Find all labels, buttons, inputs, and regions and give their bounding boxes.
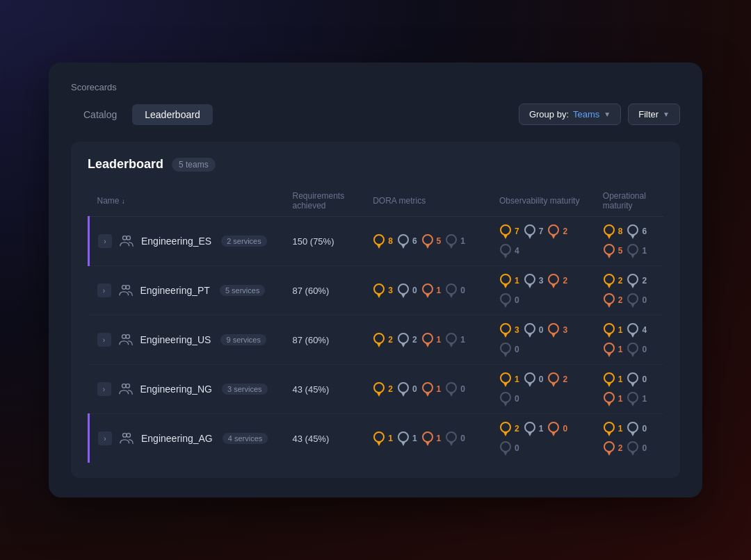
- bronze-medal-icon: 2: [563, 227, 567, 236]
- none-medal-icon: 0: [460, 434, 465, 443]
- col-header-operational: Operational maturity: [595, 186, 663, 217]
- svg-marker-37: [503, 284, 508, 288]
- svg-marker-7: [426, 245, 430, 249]
- svg-marker-77: [631, 353, 635, 357]
- svg-point-79: [126, 384, 130, 388]
- expand-button[interactable]: ›: [97, 333, 111, 347]
- bronze-medal-icon: 0: [563, 424, 567, 434]
- services-badge: 5 services: [220, 285, 266, 296]
- tab-catalog[interactable]: Catalog: [71, 104, 129, 125]
- gold-medal-icon: 1: [618, 325, 623, 335]
- svg-point-118: [549, 422, 558, 432]
- svg-marker-75: [607, 353, 611, 357]
- team-icon: [118, 283, 134, 298]
- none-medal-icon: 0: [515, 394, 519, 404]
- svg-marker-9: [449, 245, 453, 249]
- bronze-medal-icon: 2: [618, 295, 623, 305]
- svg-point-0: [123, 236, 127, 240]
- svg-point-82: [398, 383, 408, 393]
- expand-button[interactable]: ›: [98, 234, 112, 248]
- obs-medals: 1020: [491, 365, 595, 413]
- gold-medal-icon: 1: [618, 424, 623, 434]
- filter-button[interactable]: Filter ▼: [628, 104, 680, 125]
- gold-medal-icon: 3: [515, 325, 519, 335]
- silver-medal-icon: 1: [539, 424, 544, 434]
- svg-point-88: [501, 373, 510, 383]
- svg-marker-81: [377, 393, 381, 397]
- silver-medal-icon: 0: [539, 374, 544, 384]
- leaderboard-table: Name ↓ Requirements achieved DORA metric…: [88, 186, 663, 463]
- svg-point-53: [126, 335, 130, 339]
- svg-point-50: [628, 294, 638, 304]
- svg-marker-65: [528, 333, 532, 338]
- svg-point-108: [398, 432, 408, 442]
- svg-point-104: [123, 434, 127, 438]
- svg-marker-69: [503, 353, 508, 357]
- svg-point-60: [446, 333, 456, 343]
- col-header-observability: Observability maturity: [491, 186, 595, 217]
- svg-marker-109: [401, 442, 405, 446]
- svg-marker-93: [551, 383, 556, 387]
- tabs-row: Catalog Leaderboard Group by: Teams ▼ Fi…: [71, 104, 680, 125]
- svg-point-4: [398, 235, 408, 245]
- svg-point-1: [127, 236, 131, 240]
- svg-marker-45: [607, 284, 611, 288]
- svg-point-66: [549, 324, 558, 333]
- bronze-medal-icon: 3: [563, 325, 567, 335]
- svg-point-14: [549, 225, 558, 235]
- dora-medals: 2010: [364, 374, 491, 404]
- obs-medals: 1320: [491, 266, 595, 315]
- svg-point-54: [374, 333, 384, 343]
- bronze-medal-icon: 1: [437, 286, 442, 295]
- svg-point-76: [628, 343, 638, 353]
- leaderboard-card: Leaderboard 5 teams Name ↓ Requirements …: [71, 142, 680, 478]
- svg-marker-61: [449, 343, 453, 347]
- bronze-medal-icon: 5: [618, 246, 623, 256]
- chevron-down-icon: ▼: [604, 110, 611, 118]
- gold-medal-icon: 1: [388, 434, 393, 443]
- svg-marker-87: [449, 393, 453, 397]
- requirements-value: 150 (75%): [284, 229, 365, 254]
- gold-medal-icon: 8: [388, 236, 393, 246]
- gold-medal-icon: 2: [388, 335, 393, 345]
- table-row: › Engineering_NG 3 services 43 (45%) 201…: [89, 365, 664, 414]
- gold-medal-icon: 1: [515, 374, 519, 384]
- svg-point-34: [446, 284, 456, 294]
- silver-medal-icon: 7: [539, 227, 544, 236]
- svg-point-36: [501, 274, 510, 284]
- svg-marker-85: [426, 393, 430, 397]
- col-header-requirements: Requirements achieved: [284, 186, 365, 217]
- svg-marker-121: [503, 452, 508, 456]
- team-name: Engineering_AG: [141, 433, 213, 444]
- col-header-dora: DORA metrics: [364, 186, 491, 217]
- silver-medal-icon: 3: [539, 276, 544, 286]
- table-row: › Engineering_PT 5 services 87 (60%) 301…: [89, 266, 664, 315]
- team-icon: [118, 381, 134, 397]
- svg-point-122: [604, 422, 614, 432]
- gold-medal-icon: 7: [515, 227, 519, 236]
- tab-leaderboard[interactable]: Leaderboard: [132, 104, 212, 125]
- svg-point-8: [446, 235, 456, 245]
- svg-point-26: [122, 286, 126, 290]
- svg-point-128: [628, 442, 638, 452]
- silver-medal-icon: 6: [642, 227, 647, 236]
- svg-point-86: [446, 383, 456, 393]
- gold-medal-icon: 2: [618, 276, 623, 286]
- svg-point-72: [628, 324, 638, 333]
- expand-button[interactable]: ›: [97, 382, 111, 396]
- svg-point-48: [604, 294, 614, 304]
- svg-marker-115: [503, 432, 508, 436]
- svg-point-27: [126, 286, 130, 290]
- none-medal-icon: 0: [642, 295, 647, 305]
- expand-button[interactable]: ›: [98, 431, 112, 445]
- none-medal-icon: 0: [515, 443, 519, 453]
- expand-button[interactable]: ›: [97, 283, 111, 297]
- svg-point-28: [374, 284, 384, 294]
- silver-medal-icon: 0: [642, 374, 647, 384]
- group-by-button[interactable]: Group by: Teams ▼: [519, 104, 621, 125]
- bronze-medal-icon: 2: [563, 276, 567, 286]
- none-medal-icon: 1: [460, 236, 465, 246]
- svg-marker-83: [401, 393, 405, 397]
- none-medal-icon: 0: [515, 295, 519, 305]
- svg-point-22: [604, 245, 614, 254]
